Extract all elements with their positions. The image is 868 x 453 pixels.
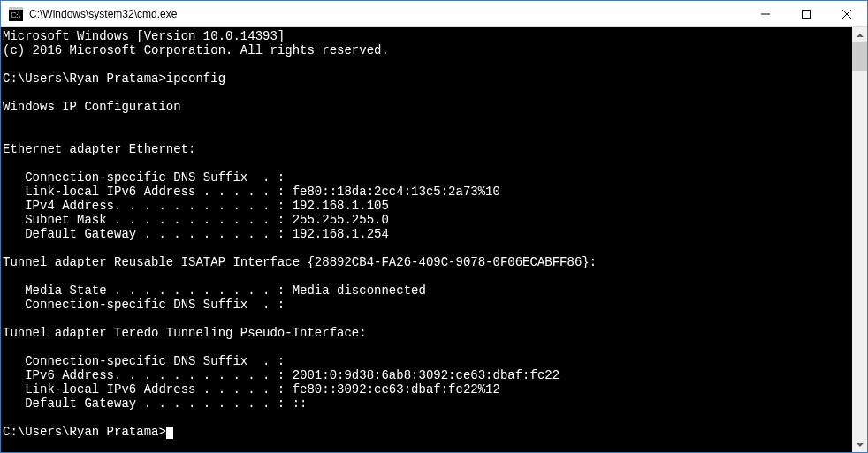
command: ipconfig bbox=[166, 72, 225, 86]
window-title: C:\Windows\system32\cmd.exe bbox=[29, 8, 745, 20]
adapter-title: Tunnel adapter Teredo Tunneling Pseudo-I… bbox=[3, 326, 367, 340]
banner-line: (c) 2016 Microsoft Corporation. All righ… bbox=[3, 43, 389, 57]
minimize-button[interactable] bbox=[745, 1, 786, 26]
adapter-title: Tunnel adapter Reusable ISATAP Interface… bbox=[3, 255, 597, 269]
titlebar[interactable]: C:\ C:\Windows\system32\cmd.exe bbox=[1, 1, 867, 27]
close-button[interactable] bbox=[826, 1, 867, 26]
cmd-icon: C:\ bbox=[8, 6, 24, 22]
section-header: Windows IP Configuration bbox=[3, 100, 181, 114]
maximize-button[interactable] bbox=[786, 1, 826, 26]
scroll-track[interactable] bbox=[852, 42, 867, 437]
ipconfig-line: Connection-specific DNS Suffix . : bbox=[3, 170, 285, 185]
ipconfig-line: IPv4 Address. . . . . . . . . . . : 192.… bbox=[3, 199, 389, 213]
adapter-title: Ethernet adapter Ethernet: bbox=[3, 142, 195, 156]
scroll-down-arrow[interactable] bbox=[852, 437, 867, 452]
ipconfig-line: Connection-specific DNS Suffix . : bbox=[3, 298, 285, 312]
ipconfig-line: Connection-specific DNS Suffix . : bbox=[3, 354, 285, 368]
ipconfig-line: Default Gateway . . . . . . . . . : :: bbox=[3, 396, 307, 411]
svg-rect-1 bbox=[9, 7, 23, 10]
prompt: C:\Users\Ryan Pratama> bbox=[3, 425, 166, 439]
cmd-window: C:\ C:\Windows\system32\cmd.exe Microsof… bbox=[0, 0, 868, 453]
vertical-scrollbar[interactable] bbox=[852, 27, 867, 452]
ipconfig-line: Link-local IPv6 Address . . . . . : fe80… bbox=[3, 382, 500, 396]
svg-text:C:\: C:\ bbox=[11, 11, 21, 19]
ipconfig-line: Link-local IPv6 Address . . . . . : fe80… bbox=[3, 185, 500, 199]
window-controls bbox=[745, 1, 867, 26]
prompt: C:\Users\Ryan Pratama> bbox=[3, 72, 166, 86]
cursor bbox=[166, 427, 173, 439]
scroll-up-arrow[interactable] bbox=[852, 27, 867, 42]
banner-line: Microsoft Windows [Version 10.0.14393] bbox=[3, 29, 285, 43]
console-area: Microsoft Windows [Version 10.0.14393] (… bbox=[1, 27, 867, 452]
scroll-thumb[interactable] bbox=[852, 42, 867, 71]
ipconfig-line: IPv6 Address. . . . . . . . . . . : 2001… bbox=[3, 368, 560, 382]
console-output[interactable]: Microsoft Windows [Version 10.0.14393] (… bbox=[1, 27, 852, 452]
svg-rect-3 bbox=[803, 10, 811, 18]
ipconfig-line: Default Gateway . . . . . . . . . : 192.… bbox=[3, 227, 389, 241]
ipconfig-line: Media State . . . . . . . . . . . : Medi… bbox=[3, 283, 426, 298]
ipconfig-line: Subnet Mask . . . . . . . . . . . : 255.… bbox=[3, 213, 389, 227]
